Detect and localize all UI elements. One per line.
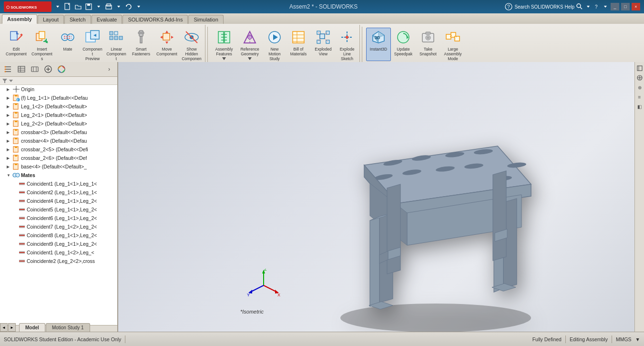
assembly-features-btn[interactable]: AssemblyFeatures [212, 28, 236, 62]
insert-components-btn[interactable]: InsertComponents [30, 28, 54, 63]
arrow-down-icon[interactable] [54, 3, 61, 10]
status-sep-1 [125, 336, 125, 343]
svg-rect-107 [31, 67, 38, 72]
print-dropdown-icon[interactable] [115, 3, 122, 10]
edit-component-btn[interactable]: EditComponent [4, 28, 29, 61]
save-dropdown-icon[interactable] [95, 3, 102, 10]
help-icon[interactable]: ? [505, 3, 512, 10]
search-icon[interactable] [576, 3, 583, 10]
tree-item-crossbar3[interactable]: ▶ crossbar<3> (Default<<Defau [0, 128, 117, 136]
edit-component-icon [9, 30, 24, 45]
move-component-btn[interactable]: MoveComponent [154, 28, 179, 61]
svg-point-140 [16, 173, 20, 177]
close-btn[interactable]: × [632, 3, 640, 10]
tree-item-coincident1b[interactable]: Coincident1 (Leg_1<2>,Leg_< [0, 248, 117, 257]
instant3d-icon: 3D [371, 30, 386, 45]
smart-fasteners-btn[interactable]: SmartFasteners [129, 28, 153, 61]
undo-dropdown-icon[interactable] [135, 3, 142, 10]
tree-item-origin[interactable]: ▶ Origin [0, 85, 117, 94]
scroll-left-btn[interactable]: ◄ [0, 323, 8, 332]
tree-item-coincident1[interactable]: Coincident1 (Leg_1<1>,Leg_1< [0, 179, 117, 188]
tree-item-crossbar4[interactable]: ▶ crossbar<4> (Default<<Defau [0, 136, 117, 145]
bill-of-materials-btn[interactable]: Bill ofMaterials [287, 28, 310, 61]
expand-panel-btn[interactable]: › [103, 63, 115, 75]
filter-icon [2, 78, 8, 84]
tree-item-coincident7[interactable]: Coincident7 (Leg_1<2>,Leg_2< [0, 222, 117, 231]
color-icon [57, 65, 66, 73]
model-area [236, 136, 634, 317]
help-dropdown-icon[interactable] [585, 3, 592, 10]
coordinate-axes: Z X Y [247, 269, 280, 303]
right-btn-4[interactable]: ≡ [636, 93, 644, 101]
new-doc-icon[interactable] [64, 3, 72, 10]
bottom-tabs: Model Motion Study 1 [17, 321, 90, 332]
svg-rect-39 [110, 31, 113, 35]
svg-rect-132 [15, 138, 17, 139]
config-icon [31, 65, 39, 73]
right-btn-1[interactable] [636, 64, 644, 73]
restore-btn[interactable]: □ [621, 3, 630, 10]
plus-btn[interactable] [42, 63, 54, 75]
undo-icon[interactable] [125, 3, 133, 10]
svg-marker-219 [387, 184, 400, 274]
part-icon-1: f [12, 94, 20, 102]
right-btn-3[interactable]: ⊕ [636, 83, 644, 92]
tree-item-leg2-1[interactable]: ▶ Leg_2<1> (Default<<Default> [0, 111, 117, 119]
tree-item-base4[interactable]: ▶ base<4> (Default<<Default>_ [0, 162, 117, 171]
config-btn[interactable] [29, 63, 41, 75]
feature-tree-btn[interactable] [2, 63, 14, 75]
minimize-btn[interactable]: _ [611, 3, 619, 10]
list-view-btn[interactable] [15, 63, 28, 75]
coincident-icon-10 [18, 257, 26, 265]
tree-item-leg1-2[interactable]: ▶ Leg_1<2> (Default<<Default> [0, 102, 117, 111]
tree-item-crossbar2-5[interactable]: ▶ crossbar_2<5> (Default<<Defi [0, 145, 117, 154]
coincident-icon-9 [18, 249, 26, 256]
tab-model[interactable]: Model [19, 323, 45, 332]
tree-item-leg2-2[interactable]: ▶ Leg_2<2> (Default<<Default> [0, 119, 117, 128]
right-btn-5[interactable]: ◧ [636, 102, 644, 111]
new-motion-study-btn[interactable]: New MotionStudy [263, 28, 286, 63]
coincident-icon-6 [18, 223, 26, 231]
coincident-icon-2 [18, 189, 26, 196]
tab-simulation[interactable]: Simulation [188, 15, 223, 24]
mate-icon [60, 30, 75, 45]
reference-geometry-btn[interactable]: ReferenceGeometry [237, 28, 262, 62]
help-question-icon[interactable]: ? [593, 3, 600, 10]
color-btn[interactable] [55, 63, 68, 75]
tree-item-coincident9[interactable]: Coincident9 (Leg_1<1>,Leg_2< [0, 240, 117, 248]
scroll-arrows: ◄ ► [0, 323, 16, 332]
tab-evaluate[interactable]: Evaluate [92, 15, 123, 24]
tree-item-crossbar2-6[interactable]: ▶ crossbar_2<6> (Default<<Def [0, 154, 117, 162]
tree-item-coincident4[interactable]: Coincident4 (Leg_1<1>,Leg_2< [0, 197, 117, 205]
tree-item-coincidente2[interactable]: Coincidente2 (Leg_2<2>,cross [0, 257, 117, 265]
scroll-right-btn[interactable]: ► [8, 323, 16, 332]
svg-text:?: ? [507, 4, 510, 10]
open-icon[interactable] [74, 3, 82, 10]
svg-marker-45 [165, 31, 168, 33]
tab-addins[interactable]: SOLIDWORKS Add-Ins [123, 15, 188, 24]
right-btn-2[interactable] [636, 73, 644, 82]
tab-motion-study[interactable]: Motion Study 1 [46, 323, 90, 332]
tree-item-leg1-1[interactable]: ▶ f (f) Leg_1<1> (Default<<Defau [0, 94, 117, 102]
save-icon[interactable] [85, 3, 92, 10]
mate-btn[interactable]: Mate [55, 28, 80, 61]
feature-tree-icon [4, 65, 12, 73]
tree-item-coincident6[interactable]: Coincident6 (Leg_1<1>,Leg_2< [0, 214, 117, 222]
svg-rect-36 [110, 36, 113, 40]
tree-item-coincident2[interactable]: Coincident2 (Leg_1<1>,Leg_1< [0, 188, 117, 197]
exploded-view-btn[interactable]: ExplodedView [311, 28, 336, 61]
update-speedpak-btn[interactable]: UpdateSpeedpak [392, 28, 415, 61]
tree-item-mates[interactable]: ▼ Mates [0, 171, 117, 179]
tab-assembly[interactable]: Assembly [2, 14, 37, 24]
help-q-dropdown-icon[interactable] [602, 3, 609, 10]
explode-line-btn[interactable]: ExplodeLineSketch [337, 28, 358, 63]
instant3d-btn[interactable]: 3D Instant3D [366, 28, 391, 61]
svg-rect-126 [15, 112, 17, 114]
tree-item-coincident8[interactable]: Coincident8 (Leg_1<1>,Leg_2< [0, 231, 117, 240]
tab-sketch[interactable]: Sketch [64, 15, 91, 24]
print-icon[interactable] [105, 3, 112, 10]
take-snapshot-btn[interactable]: TakeSnapshot [416, 28, 440, 61]
tree-item-coincident5[interactable]: Coincident5 (Leg_1<1>,Leg_2< [0, 205, 117, 214]
tab-layout[interactable]: Layout [38, 15, 64, 24]
large-assembly-mode-btn[interactable]: LargeAssemblyMode [441, 28, 464, 63]
